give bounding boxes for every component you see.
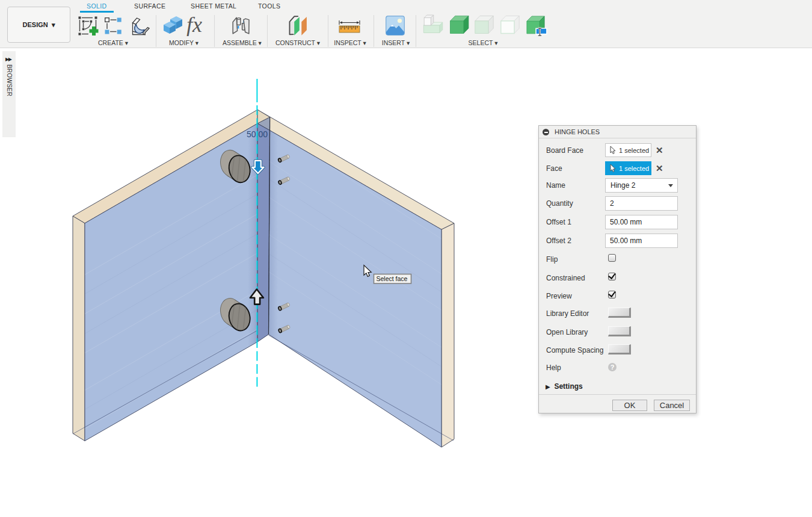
- svg-text:Select face: Select face: [377, 275, 408, 282]
- svg-text:fx: fx: [186, 14, 202, 36]
